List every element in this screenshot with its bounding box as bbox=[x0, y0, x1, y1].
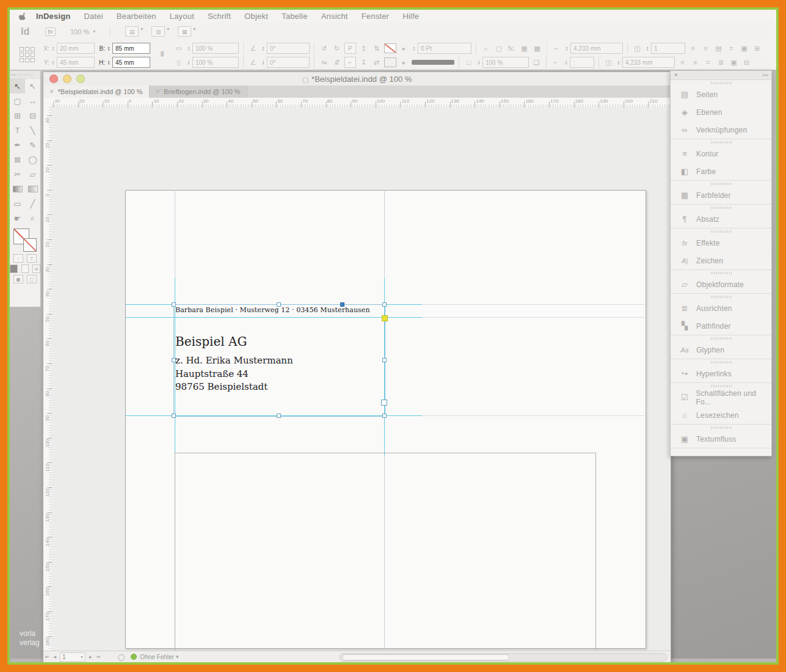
gradient-feather-tool[interactable] bbox=[25, 181, 40, 196]
align-bottom-icon[interactable]: ↧ bbox=[358, 57, 369, 67]
wrap-icon[interactable]: ▣ bbox=[729, 57, 739, 67]
dock-group-drag-handle[interactable] bbox=[671, 270, 771, 276]
dock-item-ebenen[interactable]: ◈Ebenen bbox=[671, 103, 771, 121]
corner-shape-icon[interactable]: ⌐ bbox=[551, 57, 561, 67]
view-options-button[interactable]: ▤ bbox=[125, 26, 139, 37]
hand-tool[interactable]: ☛ bbox=[10, 211, 25, 225]
zoom-level-dropdown[interactable]: 100 % ▾ bbox=[70, 28, 95, 35]
ruler-origin-box[interactable] bbox=[43, 98, 53, 108]
handle-middle-right[interactable] bbox=[382, 358, 387, 362]
align-top-icon[interactable]: ↥ bbox=[358, 43, 369, 53]
align-lines-icon[interactable]: ≡ bbox=[688, 43, 698, 53]
stroke-flyout-arrow-icon[interactable]: ▸ bbox=[399, 43, 409, 53]
height-field[interactable]: H:▴▾45 mm bbox=[97, 57, 150, 68]
content-placer-tool[interactable]: ⊟ bbox=[25, 108, 40, 123]
rotation-angle-field[interactable]: ▴▾0° bbox=[261, 43, 310, 54]
gradient-button[interactable] bbox=[21, 265, 29, 273]
text-direction-icon[interactable]: ⌐ bbox=[344, 57, 356, 68]
expand-panels-icon[interactable]: »» bbox=[762, 72, 768, 78]
selection-tool[interactable]: ↖ bbox=[10, 79, 25, 93]
menu-item-indesign[interactable]: InDesign bbox=[29, 12, 78, 21]
menu-item-bearbeiten[interactable]: Bearbeiten bbox=[110, 12, 163, 21]
columns-field[interactable]: ▴▾1 bbox=[645, 43, 685, 54]
corner-shape-field[interactable]: ▴▾: bbox=[564, 57, 594, 68]
opacity-field[interactable]: ▴▾100 % bbox=[476, 57, 529, 68]
width-field[interactable]: B:▴▾85 mm bbox=[97, 43, 150, 54]
dock-item-hyperlinks[interactable]: ↪Hyperlinks bbox=[671, 365, 771, 382]
dock-item-seiten[interactable]: ▤Seiten bbox=[671, 86, 771, 103]
insert-icon[interactable]: ⊟ bbox=[741, 57, 752, 67]
corner-radius-field[interactable]: ▴▾4.233 mm bbox=[564, 43, 623, 54]
handle-bottom-right[interactable] bbox=[382, 414, 387, 418]
dock-item-farbfelder[interactable]: ▦Farbfelder bbox=[671, 186, 771, 204]
menu-item-datei[interactable]: Datei bbox=[78, 12, 110, 21]
fill-stroke-widget[interactable] bbox=[13, 228, 37, 252]
leading-icon[interactable]: = bbox=[726, 43, 737, 53]
effects-fx-icon[interactable]: fx. bbox=[506, 43, 517, 53]
dock-item-zeichen[interactable]: A|Zeichen bbox=[671, 252, 771, 269]
preview-view-button[interactable]: ▢ bbox=[27, 275, 37, 283]
grid-icon[interactable]: ▦ bbox=[519, 43, 529, 53]
horizontal-scrollbar-thumb[interactable] bbox=[342, 654, 509, 660]
scale-x-icon[interactable]: ▭ bbox=[173, 43, 184, 53]
chevron-down-icon[interactable]: ▾ bbox=[174, 654, 181, 660]
dock-group-drag-handle[interactable] bbox=[671, 228, 771, 234]
shaded-grid-icon[interactable]: ▩ bbox=[532, 43, 542, 53]
next-page-button[interactable]: ▸ bbox=[87, 654, 94, 660]
gradient-tool[interactable] bbox=[10, 181, 25, 196]
dock-group-drag-handle[interactable] bbox=[671, 294, 771, 299]
formatting-text-button[interactable]: T bbox=[27, 254, 37, 263]
frame-tool[interactable]: ⊠ bbox=[10, 152, 25, 167]
flip-horizontal-icon[interactable]: ⇋ bbox=[319, 57, 329, 67]
fill-swatch[interactable] bbox=[384, 57, 396, 67]
find-icon[interactable]: ⌕ bbox=[481, 43, 491, 53]
dock-group-drag-handle[interactable] bbox=[671, 425, 771, 430]
first-page-button[interactable]: ⇤ bbox=[43, 654, 52, 660]
corner-options-icon[interactable]: ⌐ bbox=[551, 43, 562, 53]
none-button[interactable]: ⊘ bbox=[32, 265, 40, 273]
vertical-ruler[interactable]: 3020100102030405060708090100110120130140… bbox=[43, 108, 53, 651]
rotate-cw-icon[interactable]: ↻ bbox=[332, 43, 342, 53]
page-icon[interactable]: ▢ bbox=[493, 43, 504, 53]
zoom-tool[interactable]: ⌕ bbox=[25, 211, 40, 225]
tools-panel-header[interactable]: «« bbox=[10, 71, 40, 79]
gap-tool[interactable]: ↔ bbox=[25, 93, 40, 108]
flip-vertical-icon[interactable]: ⇵ bbox=[332, 57, 342, 67]
stroke-weight-field[interactable]: ▴▾0 Pt bbox=[412, 43, 471, 54]
anchored-object-icon[interactable]: ⊞ bbox=[752, 43, 762, 53]
rotation-angle-icon[interactable]: ∠ bbox=[248, 43, 258, 53]
dock-group-drag-handle[interactable] bbox=[671, 383, 771, 389]
eyedropper-tool[interactable]: ╱ bbox=[25, 196, 40, 211]
canvas[interactable]: Barbara Beispiel · Musterweg 12 · 03456 … bbox=[52, 108, 671, 651]
color-button[interactable] bbox=[10, 265, 18, 273]
story-direction-icon[interactable]: P bbox=[344, 43, 356, 54]
horizontal-scrollbar[interactable] bbox=[340, 653, 667, 662]
menu-item-hilfe[interactable]: Hilfe bbox=[396, 12, 426, 21]
chevron-down-icon[interactable]: ▾ bbox=[167, 26, 169, 37]
chevron-down-icon[interactable]: ▾ bbox=[140, 26, 143, 37]
formatting-container-button[interactable]: ▫ bbox=[13, 254, 23, 263]
horizontal-ruler[interactable]: 3020100102030405060708090100110120130140… bbox=[52, 98, 671, 108]
handle-bottom-left[interactable] bbox=[172, 414, 176, 418]
pen-tool[interactable]: ✒ bbox=[10, 137, 25, 152]
screen-mode-button[interactable]: ▥ bbox=[151, 26, 165, 37]
previous-page-button[interactable]: ◂ bbox=[52, 654, 59, 660]
dock-item-absatz[interactable]: ¶Absatz bbox=[671, 210, 771, 228]
stroke-style-preview[interactable] bbox=[412, 60, 454, 65]
preflight-icon[interactable]: ◯ bbox=[118, 654, 125, 660]
distribute-vertical-icon[interactable]: ⇅ bbox=[371, 43, 382, 53]
shear-angle-field[interactable]: ▴▾0° bbox=[261, 57, 310, 68]
dock-item-effekte[interactable]: fxEffekte bbox=[671, 234, 771, 252]
text-outport-handle[interactable] bbox=[381, 400, 387, 406]
menu-item-ansicht[interactable]: Ansicht bbox=[315, 12, 355, 21]
fill-flyout-arrow-icon[interactable]: ▸ bbox=[399, 57, 409, 67]
scale-x-field[interactable]: ▴▾100 % bbox=[186, 43, 239, 54]
space-after-icon[interactable]: ≡ bbox=[690, 57, 700, 67]
dock-item-farbe[interactable]: ◧Farbe bbox=[671, 163, 771, 180]
drop-shadow-icon[interactable]: ❏ bbox=[531, 57, 542, 67]
ellipse-tool[interactable]: ◯ bbox=[25, 152, 40, 167]
dock-item-verknüpfungen[interactable]: ∞Verknüpfungen bbox=[671, 121, 771, 139]
dock-group-drag-handle[interactable] bbox=[671, 205, 771, 210]
handle-top-right[interactable] bbox=[382, 302, 387, 307]
handle-bottom-center[interactable] bbox=[277, 414, 281, 418]
